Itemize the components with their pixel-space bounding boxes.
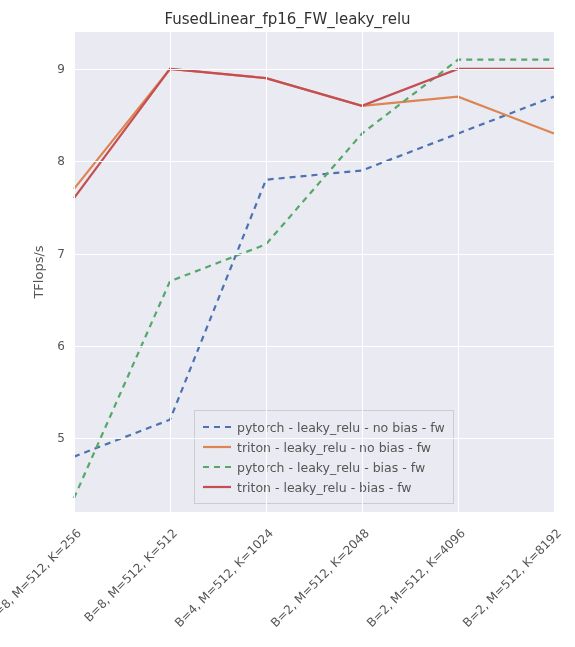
- legend-label: pytorch - leaky_relu - no bias - fw: [237, 420, 445, 435]
- legend-item: pytorch - leaky_relu - bias - fw: [203, 457, 445, 477]
- gridline-vertical: [266, 32, 267, 512]
- legend-swatch: [203, 480, 231, 494]
- chart-container: FusedLinear_fp16_FW_leaky_relu TFlops/s …: [0, 0, 575, 647]
- series-line: [74, 69, 554, 189]
- y-tick-label: 6: [25, 339, 65, 353]
- gridline-vertical: [362, 32, 363, 512]
- legend-item: triton - leaky_relu - no bias - fw: [203, 437, 445, 457]
- series-line: [74, 69, 554, 198]
- y-tick-label: 5: [25, 431, 65, 445]
- legend-swatch: [203, 440, 231, 454]
- plot-area: pytorch - leaky_relu - no bias - fwtrito…: [74, 32, 554, 512]
- legend-swatch: [203, 420, 231, 434]
- legend-item: pytorch - leaky_relu - no bias - fw: [203, 417, 445, 437]
- chart-title: FusedLinear_fp16_FW_leaky_relu: [0, 10, 575, 28]
- y-tick-label: 9: [25, 62, 65, 76]
- gridline-vertical: [170, 32, 171, 512]
- legend: pytorch - leaky_relu - no bias - fwtrito…: [194, 410, 454, 504]
- gridline-horizontal: [74, 346, 554, 347]
- gridline-vertical: [74, 32, 75, 512]
- legend-item: triton - leaky_relu - bias - fw: [203, 477, 445, 497]
- legend-label: triton - leaky_relu - bias - fw: [237, 480, 412, 495]
- gridline-vertical: [458, 32, 459, 512]
- gridline-horizontal: [74, 161, 554, 162]
- gridline-horizontal: [74, 69, 554, 70]
- y-tick-label: 8: [25, 154, 65, 168]
- y-tick-label: 7: [25, 247, 65, 261]
- gridline-vertical: [554, 32, 555, 512]
- series-line: [74, 97, 554, 457]
- gridline-horizontal: [74, 254, 554, 255]
- gridline-horizontal: [74, 438, 554, 439]
- legend-swatch: [203, 460, 231, 474]
